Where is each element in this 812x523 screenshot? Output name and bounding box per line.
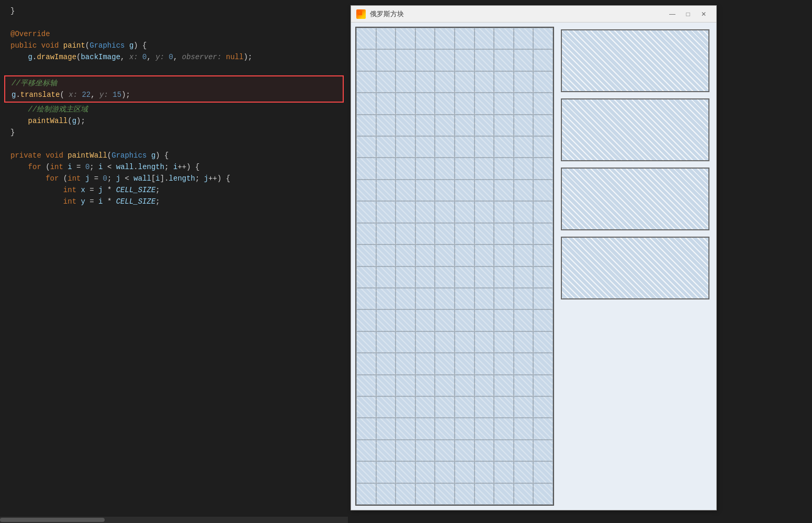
- grid-cell: [455, 223, 475, 244]
- grid-cell: [455, 309, 475, 331]
- grid-cell: [514, 461, 534, 483]
- grid-cell: [356, 418, 376, 439]
- grid-cell: [475, 244, 494, 266]
- grid-cell: [494, 396, 514, 418]
- code-line-comment-paint: //绘制游戏主区域: [0, 104, 348, 115]
- grid-cell: [376, 483, 396, 505]
- grid-cell: [514, 418, 534, 439]
- grid-cell: [435, 288, 455, 309]
- grid-cell: [396, 418, 415, 439]
- grid-cell: [415, 396, 435, 418]
- window-content: [351, 23, 716, 510]
- grid-cell: [435, 49, 455, 71]
- grid-cell: [475, 375, 494, 396]
- code-line-blank-2: [0, 63, 348, 74]
- grid-cell: [494, 266, 514, 288]
- grid-cell: [533, 418, 553, 439]
- grid-cell: [533, 201, 553, 222]
- grid-cell: [514, 93, 534, 114]
- grid-cell: [455, 375, 475, 396]
- preview-box-2: [561, 98, 709, 161]
- grid-cell: [435, 418, 455, 439]
- grid-cell: [514, 180, 534, 201]
- preview-box-1: [561, 29, 709, 92]
- grid-cell: [396, 201, 415, 222]
- grid-cell: [376, 71, 396, 93]
- grid-cell: [455, 396, 475, 418]
- grid-cell: [475, 223, 494, 244]
- minimize-button[interactable]: —: [665, 9, 680, 19]
- code-line-paintwall: paintWall(g);: [0, 115, 348, 127]
- grid-cell: [455, 418, 475, 439]
- grid-cell: [475, 201, 494, 222]
- grid-cell: [455, 180, 475, 201]
- grid-cell: [514, 396, 534, 418]
- grid-cell: [415, 331, 435, 353]
- grid-cell: [455, 136, 475, 158]
- grid-cell: [435, 223, 455, 244]
- grid-cell: [415, 223, 435, 244]
- maximize-button[interactable]: □: [681, 9, 695, 19]
- grid-cell: [514, 440, 534, 461]
- grid-cell: [475, 93, 494, 114]
- grid-cell: [494, 28, 514, 49]
- grid-cell: [455, 28, 475, 49]
- grid-cell: [514, 223, 534, 244]
- grid-cell: [396, 396, 415, 418]
- grid-cell: [435, 266, 455, 288]
- grid-cell: [376, 353, 396, 374]
- preview-box-4: [561, 237, 709, 299]
- grid-cell: [415, 201, 435, 222]
- grid-cell: [376, 115, 396, 136]
- scrollbar-thumb[interactable]: [0, 518, 105, 522]
- grid-cell: [435, 353, 455, 374]
- grid-cell: [415, 71, 435, 93]
- grid-cell: [514, 331, 534, 353]
- grid-cell: [356, 396, 376, 418]
- grid-cell: [376, 266, 396, 288]
- grid-cell: [396, 223, 415, 244]
- grid-cell: [494, 440, 514, 461]
- grid-cell: [514, 49, 534, 71]
- grid-cell: [435, 158, 455, 179]
- grid-cell: [415, 180, 435, 201]
- code-line-override: @Override: [0, 28, 348, 40]
- grid-cell: [356, 201, 376, 222]
- grid-cell: [396, 440, 415, 461]
- grid-cell: [494, 180, 514, 201]
- grid-cell: [435, 28, 455, 49]
- window-controls: — □ ✕: [665, 9, 711, 19]
- svg-rect-0: [358, 13, 360, 15]
- code-line-blank-3: [0, 138, 348, 150]
- grid-cell: [356, 49, 376, 71]
- grid-cell: [455, 201, 475, 222]
- grid-cell: [415, 28, 435, 49]
- grid-cell: [356, 331, 376, 353]
- grid-cell: [376, 180, 396, 201]
- grid-cell: [494, 136, 514, 158]
- grid-cell: [533, 483, 553, 505]
- window-title: 俄罗斯方块: [370, 9, 665, 19]
- grid-cell: [396, 158, 415, 179]
- grid-cell: [514, 71, 534, 93]
- grid-cell: [514, 483, 534, 505]
- grid-cell: [376, 288, 396, 309]
- grid-cell: [376, 28, 396, 49]
- grid-cell: [435, 461, 455, 483]
- grid-cell: [415, 266, 435, 288]
- grid-cell: [376, 201, 396, 222]
- side-panel: [558, 27, 712, 506]
- code-line-translate: g.translate( x: 22, y: 15);: [12, 89, 336, 101]
- window-titlebar: 俄罗斯方块 — □ ✕: [351, 6, 716, 23]
- grid-cell: [455, 266, 475, 288]
- grid-cell: [356, 288, 376, 309]
- grid-cell: [494, 483, 514, 505]
- grid-cell: [396, 461, 415, 483]
- grid-cell: [415, 461, 435, 483]
- code-line-paint-decl: public void paint(Graphics g) {: [0, 40, 348, 51]
- grid-cell: [435, 331, 455, 353]
- grid-cell: [475, 71, 494, 93]
- horizontal-scrollbar[interactable]: [0, 517, 348, 523]
- grid-cell: [533, 115, 553, 136]
- close-button[interactable]: ✕: [696, 9, 711, 19]
